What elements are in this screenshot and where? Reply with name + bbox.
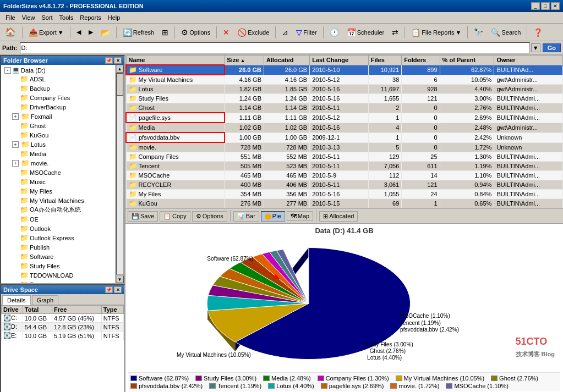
exclude-button[interactable]: 🚫 Exclude — [234, 26, 272, 38]
menu-view[interactable]: View — [19, 13, 39, 22]
folder-tree[interactable]: - 💻 Data (D:) 📁 ADSL 📁 Backup — [1, 65, 115, 283]
list-item[interactable]: + 📁 movie. — [2, 158, 114, 168]
list-item[interactable]: 📁 Music — [2, 177, 114, 186]
folder-browser-pin[interactable]: 📌 — [105, 57, 113, 64]
search-button[interactable]: 🔍 Search — [488, 26, 523, 38]
list-item[interactable]: + 📁 Lotus — [2, 140, 114, 149]
options-button[interactable]: ⚙ Options — [178, 26, 213, 38]
chart-options-button[interactable]: ⚙ Options — [192, 211, 227, 222]
col-owner[interactable]: Owner — [494, 56, 563, 65]
menu-reports[interactable]: Reports — [76, 13, 105, 22]
col-folders[interactable]: Folders — [402, 56, 440, 65]
table-row[interactable]: 📁 My Files 354 MB 356 MB 2010-5-16 1,055… — [126, 190, 563, 199]
scroll-down-button[interactable]: ▼ — [116, 275, 124, 283]
col-size[interactable]: Size — [225, 56, 264, 65]
forward-button[interactable]: ▶ — [86, 27, 96, 37]
col-allocated[interactable]: Allocated — [264, 56, 310, 65]
table-row[interactable]: 💽C: 10.0 GB 4.57 GB (45%) NTFS — [2, 314, 124, 323]
window-buttons[interactable]: _ □ ✕ — [531, 2, 560, 10]
minimize-button[interactable]: _ — [531, 2, 540, 10]
tree-expander[interactable]: - — [4, 67, 11, 74]
menu-help[interactable]: Help — [105, 13, 124, 22]
filter-button[interactable]: ▽ Filter — [293, 26, 319, 38]
table-row[interactable]: 📁 Study Files 1.24 GB 1.24 GB 2010-5-16 … — [126, 94, 563, 103]
list-item[interactable]: 📁 Tencent — [2, 280, 114, 283]
list-item[interactable]: 📁 OA办公自动化系统 — [2, 205, 114, 214]
table-row[interactable]: 📁 MSOCache 465 MB 465 MB 2010-5-9 112 14… — [126, 171, 563, 180]
list-item[interactable]: 📁 OE — [2, 214, 114, 224]
drive-col-drive[interactable]: Drive — [2, 306, 23, 314]
tree-scrollbar[interactable]: ▲ ▼ — [115, 65, 124, 283]
table-row[interactable]: 📁 Tencent 505 MB 523 MB 2010-5-11 7,056 … — [126, 162, 563, 171]
scheduler-button[interactable]: 📅 Scheduler — [344, 26, 387, 38]
up-button[interactable]: 📂 — [98, 26, 113, 38]
copy-chart-button[interactable]: 📋 Copy — [160, 211, 190, 222]
list-item[interactable]: 📁 Software — [2, 252, 114, 261]
table-row[interactable]: 📁 My Virtual Machines 4.16 GB 4.16 GB 20… — [126, 75, 563, 85]
drive-col-free[interactable]: Free — [52, 306, 102, 314]
tree-item-data-d[interactable]: - 💻 Data (D:) — [2, 66, 114, 74]
scroll-up-button[interactable]: ▲ — [116, 65, 124, 73]
col-pctparent[interactable]: % of Parent — [440, 56, 494, 65]
col-files[interactable]: Files — [368, 56, 402, 65]
list-item[interactable]: 📁 Company Files — [2, 93, 114, 102]
refresh-button[interactable]: 🔄 Refresh — [120, 26, 157, 38]
scroll-thumb[interactable] — [117, 74, 123, 96]
bar-chart-button[interactable]: 📊 Bar — [233, 211, 259, 222]
list-item[interactable]: 📁 My Virtual Machines — [2, 196, 114, 205]
table-row[interactable]: 📁 movie. 728 MB 728 MB 2010-3-13 5 0 1.7… — [126, 142, 563, 152]
tab-details[interactable]: Details — [2, 295, 31, 305]
list-item[interactable]: 📁 Media — [2, 149, 114, 158]
tree-expander[interactable]: + — [12, 160, 19, 167]
path-input[interactable] — [20, 42, 530, 53]
go-button[interactable]: Go — [543, 43, 561, 52]
export-button[interactable]: 📤 Export ▼ — [26, 26, 67, 38]
drive-space-buttons[interactable]: 📌 ✕ — [105, 286, 122, 293]
drive-space-close[interactable]: ✕ — [114, 286, 122, 293]
tree-expander[interactable]: + — [12, 113, 19, 120]
table-row[interactable]: 📁 Company Files 551 MB 552 MB 2010-5-11 … — [126, 152, 563, 162]
table-row[interactable]: 📁 RECYCLER 400 MB 406 MB 2010-5-11 3,061… — [126, 180, 563, 190]
map-chart-button[interactable]: 🗺 Map — [287, 211, 313, 221]
exclude-x-button[interactable]: ✕ — [220, 26, 232, 38]
home-button[interactable]: 🏠 — [2, 25, 19, 39]
table-row[interactable]: 💽D: 54.4 GB 12.8 GB (23%) NTFS — [2, 323, 124, 332]
path-dropdown-icon[interactable]: ▼ — [531, 43, 540, 52]
help-button[interactable]: ❓ — [531, 26, 545, 38]
menu-sort[interactable]: Sort — [38, 13, 56, 22]
table-row[interactable]: 📁 Media 1.02 GB 1.02 GB 2010-5-16 4 0 2.… — [126, 123, 563, 132]
list-item[interactable]: 📁 Publish — [2, 242, 114, 252]
col-name[interactable]: Name — [126, 56, 225, 65]
list-item[interactable]: 📁 ADSL — [2, 74, 114, 84]
file-table-wrapper[interactable]: Name Size Allocated Last Change Files Fo… — [125, 55, 563, 208]
filter-funnel-button[interactable]: ⊿ — [279, 26, 291, 38]
tab-graph[interactable]: Graph — [32, 295, 59, 305]
binoculars-button[interactable]: 🔭 — [471, 26, 486, 38]
maximize-button[interactable]: □ — [541, 2, 550, 10]
list-item[interactable]: 📁 Backup — [2, 84, 114, 93]
filereports-button[interactable]: 📋 File Reports ▼ — [408, 26, 464, 38]
list-item[interactable]: 📁 My Files — [2, 186, 114, 196]
list-item[interactable]: 📁 TDDOWNLOAD — [2, 270, 114, 280]
col-lastchange[interactable]: Last Change — [310, 56, 369, 65]
scheduler-clock-button[interactable]: 🕐 — [327, 26, 342, 38]
close-button[interactable]: ✕ — [551, 2, 560, 10]
list-item[interactable]: 📁 Ghost — [2, 121, 114, 130]
list-item[interactable]: 📁 Outlook Express — [2, 233, 114, 242]
tree-expander[interactable]: + — [12, 141, 19, 148]
allocated-button[interactable]: ⊞ Allocated — [319, 211, 358, 222]
table-row[interactable]: 📁 Lotus 1.82 GB 1.85 GB 2010-5-16 11,697… — [126, 85, 563, 94]
menu-file[interactable]: File — [2, 13, 19, 22]
list-item[interactable]: 📁 MSOCache — [2, 168, 114, 177]
list-item[interactable]: 📁 DriverBackup — [2, 102, 114, 112]
table-row[interactable]: 📁 Software 26.0 GB 26.0 GB 2010-5-10 10,… — [126, 65, 563, 75]
list-item[interactable]: + 📁 Foxmail — [2, 112, 114, 121]
back-button[interactable]: ◀ — [74, 27, 84, 37]
save-chart-button[interactable]: 💾 Save — [128, 211, 158, 222]
table-row[interactable]: 📁 Ghost 1.14 GB 1.14 GB 2010-5-11 2 0 2.… — [126, 103, 563, 113]
drive-col-total[interactable]: Total — [23, 306, 52, 314]
table-row[interactable]: 📄 pfsvoddata.bbv 1.00 GB 1.00 GB 2009-12… — [126, 132, 563, 142]
menu-tools[interactable]: Tools — [56, 13, 77, 22]
transfer-button[interactable]: ⇄ — [389, 26, 401, 38]
table-row[interactable]: 📁 KuGou 276 MB 277 MB 2010-5-15 69 1 0.6… — [126, 199, 563, 208]
